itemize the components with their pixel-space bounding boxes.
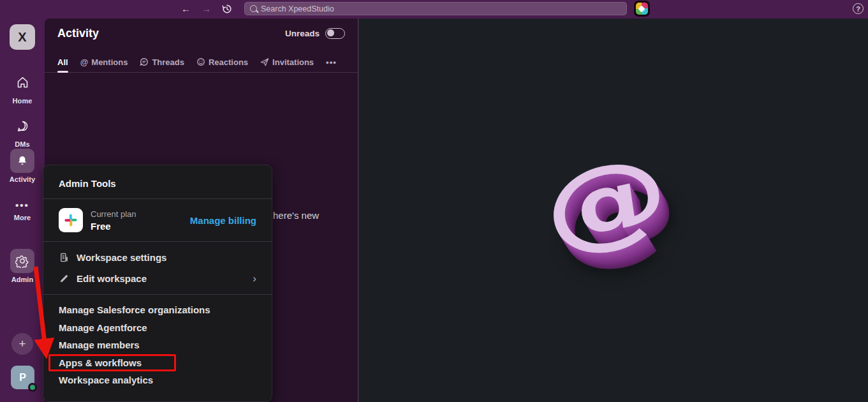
sidebar-item-label: Activity — [10, 175, 36, 183]
divider — [45, 72, 358, 73]
sidebar-item-label: Home — [13, 97, 33, 105]
thread-bubble-icon — [140, 57, 149, 66]
pencil-icon — [59, 274, 70, 283]
sidebar-item-label: More — [14, 214, 31, 221]
menu-item-workspace-analytics[interactable]: Workspace analytics — [43, 371, 272, 389]
menu-item-manage-agentforce[interactable]: Manage Agentforce — [43, 319, 272, 337]
smiley-icon — [196, 57, 205, 66]
bell-icon — [10, 149, 34, 173]
menu-heading: Admin Tools — [43, 165, 272, 198]
tab-reactions[interactable]: Reactions — [196, 53, 248, 71]
sidebar-item-more[interactable]: ••• More — [0, 198, 45, 221]
tab-mentions[interactable]: @ Mentions — [80, 53, 128, 71]
sidebar-item-dms[interactable]: DMs — [0, 114, 45, 148]
chevron-right-icon: › — [253, 272, 256, 285]
current-plan-label: Current plan — [91, 209, 136, 219]
menu-item-apps-workflows[interactable]: Apps & workflows — [43, 354, 272, 372]
tab-invitations[interactable]: Invitations — [260, 53, 314, 71]
menu-item-workspace-settings[interactable]: Workspace settings — [43, 247, 272, 268]
plan-name: Free — [91, 221, 136, 232]
workspace-switcher[interactable]: X — [10, 24, 35, 50]
page-title: Activity — [57, 27, 99, 40]
left-sidebar: X Home DMs Act — [0, 17, 45, 402]
manage-billing-link[interactable]: Manage billing — [190, 215, 256, 226]
paper-plane-icon — [260, 57, 269, 66]
app-window: ← → ? X Ho — [0, 0, 868, 402]
slack-logo-icon — [59, 208, 83, 232]
unreads-toggle[interactable] — [325, 28, 345, 39]
tab-all[interactable]: All — [57, 53, 68, 71]
sidebar-item-activity[interactable]: Activity — [0, 149, 45, 183]
tab-overflow[interactable]: ••• — [326, 53, 337, 71]
avatar-initial: P — [19, 372, 26, 383]
tab-threads[interactable]: Threads — [140, 53, 184, 71]
user-avatar[interactable]: P — [11, 366, 34, 389]
history-back-button[interactable]: ← — [181, 4, 191, 13]
history-clock-icon[interactable] — [222, 4, 232, 14]
search-input[interactable] — [261, 4, 621, 13]
menu-item-manage-members[interactable]: Manage members — [43, 336, 272, 354]
add-workspace-button[interactable]: + — [11, 333, 33, 355]
building-icon — [59, 253, 70, 262]
more-dots-icon: ••• — [15, 198, 29, 211]
search-icon — [250, 5, 257, 12]
at-sign-3d-logo: @ — [538, 140, 673, 262]
activity-tabs: All @ Mentions Threads Reactions — [57, 53, 337, 71]
search-bar[interactable] — [244, 2, 627, 15]
home-icon — [10, 70, 34, 94]
top-bar: ← → ? — [0, 0, 868, 17]
help-icon[interactable]: ? — [853, 3, 864, 14]
sidebar-item-label: DMs — [15, 140, 30, 148]
gear-icon — [10, 249, 34, 273]
dms-icon — [10, 114, 34, 138]
menu-item-manage-salesforce[interactable]: Manage Salesforce organizations — [43, 301, 272, 319]
main-content: @ — [358, 19, 868, 402]
menu-item-edit-workspace[interactable]: Edit workspace › — [43, 268, 272, 289]
sidebar-item-home[interactable]: Home — [0, 70, 45, 105]
sidebar-item-admin[interactable]: Admin — [0, 249, 45, 283]
at-icon: @ — [80, 57, 89, 67]
unreads-label: Unreads — [285, 29, 320, 38]
history-forward-button[interactable]: → — [202, 4, 211, 13]
sidebar-item-label: Admin — [11, 276, 34, 283]
admin-tools-menu: Admin Tools Current plan Free Manage bil… — [43, 165, 272, 402]
workspace-app-icon[interactable] — [634, 1, 650, 17]
presence-indicator — [28, 383, 37, 392]
colorful-logo-icon — [636, 3, 648, 15]
current-plan-row: Current plan Free Manage billing — [43, 199, 272, 241]
occluded-banner-text: here's new — [273, 210, 319, 221]
